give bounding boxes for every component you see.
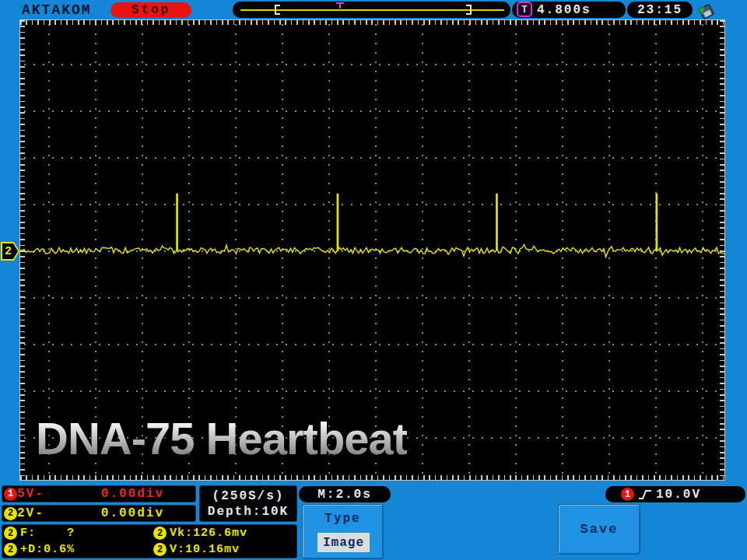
channel1-offset: 0.00div [101,487,164,501]
acquisition-info-box: (250S/s) Depth:10K [199,485,297,522]
channel2-position-marker[interactable]: 2 [1,242,19,261]
menu-selected-option[interactable]: Image [317,533,370,552]
waveform-trace [20,20,724,480]
measurements-box: 2 F: ? 2 Vk:126.6mv 2 +D:0.6% 2 V:10.16m… [2,524,297,558]
clock-display: 23:15 [627,2,693,18]
trigger-level-display: 1 10.0V [605,486,745,502]
channel1-scale: 5V- [17,487,44,501]
trigger-marker-icon [336,2,344,9]
save-button[interactable]: Save [558,504,640,555]
watermark-title: DNA-75 Heartbeat [36,412,407,464]
channel2-status-box: 2 2V- 0.00div [2,505,196,522]
brand-logo: AKTAKOM [22,2,92,18]
measurement-duty: 2 +D:0.6% [4,541,153,558]
measurement-v: 2 V:10.16mv [153,541,293,558]
run-state-badge: Stop [110,2,191,18]
channel2-scale: 2V- [17,506,44,520]
window-left-bracket-icon [275,5,280,15]
sample-rate: (250S/s) [212,489,285,503]
memory-depth: Depth:10K [208,505,289,519]
channel1-badge: 1 [4,488,17,501]
window-right-bracket-icon [466,5,472,15]
channel2-badge: 2 [4,507,17,520]
menu-title: Type [303,512,383,526]
measurement-frequency: 2 F: ? [4,525,153,541]
rising-edge-icon [637,488,653,502]
trigger-t-icon: T [517,2,532,17]
timebase-value: M:2.0s [317,488,372,502]
trigger-source-badge: 1 [621,488,634,501]
timebase-display: M:2.0s [299,486,391,502]
menu-panel-type[interactable]: Type Image [302,504,384,559]
channel2-offset: 0.00div [101,506,164,520]
channel1-status-box: 1 5V- 0.00div [2,485,196,502]
storage-disk-icon [697,2,716,20]
trigger-time-value: 4.800s [537,3,591,17]
trigger-position-bar[interactable] [233,2,510,18]
measurement-vk: 2 Vk:126.6mv [153,525,293,541]
trigger-time-display: T 4.800s [512,2,626,18]
trigger-level-value: 10.0V [656,488,701,502]
